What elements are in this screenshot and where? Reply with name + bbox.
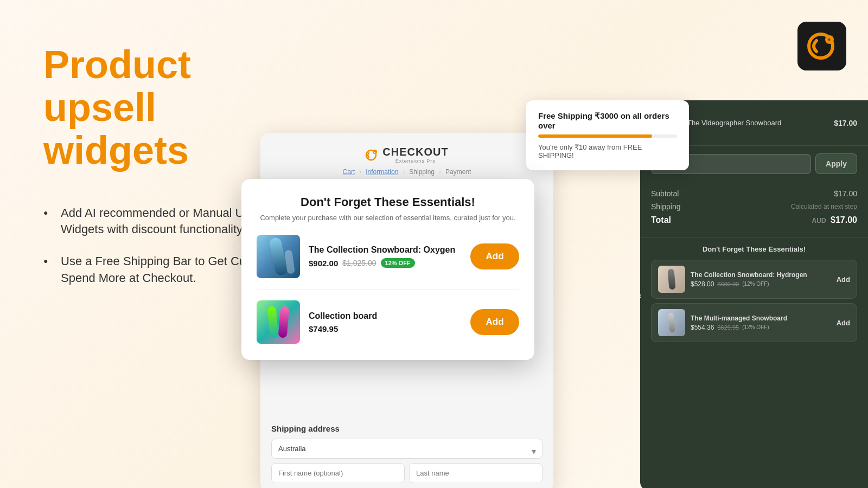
upsell-item-2-add-button[interactable]: Add <box>837 319 850 327</box>
modal-product-1-image <box>257 235 300 278</box>
free-shipping-widget: Free Shipping ₹3000 on all orders over Y… <box>526 100 689 170</box>
upsell-item-2: The Multi-managed Snowboard $554.36 $629… <box>651 303 857 342</box>
svg-text:+: + <box>827 36 831 43</box>
app-logo: + <box>797 22 846 70</box>
country-select-wrapper: Australia <box>271 439 542 463</box>
checkout-brand: + CHECKOUT Extensions Pro <box>271 146 542 164</box>
upsell-item-1-old-price: $600.00 <box>717 281 739 287</box>
upsell-item-2-prices: $554.36 $629.95 (12% OFF) <box>691 324 831 331</box>
checkout-brand-sub: Extensions Pro <box>382 158 448 164</box>
total-value: AUD $17.00 <box>812 215 857 225</box>
checkout-nav: Cart › Information › Shipping › Payment <box>271 168 542 176</box>
upsell-item-1-add-button[interactable]: Add <box>837 275 850 284</box>
nav-payment[interactable]: Payment <box>445 168 471 176</box>
upsell-item-1-prices: $528.00 $600.00 (12% OFF) <box>691 280 831 288</box>
free-shipping-fill <box>538 134 652 138</box>
checkout-header: + CHECKOUT Extensions Pro Cart › Informa… <box>260 133 553 182</box>
upsell-item-2-name: The Multi-managed Snowboard <box>691 314 831 322</box>
modal-product-2-image <box>257 300 300 344</box>
totals-section: Subtotal $17.00 Shipping Calculated at n… <box>640 182 868 237</box>
free-shipping-progress-bar <box>538 134 677 138</box>
modal-product-1: The Collection Snowboard: Oxygen $902.00… <box>257 235 519 290</box>
checkout-brand-icon: + <box>365 149 378 162</box>
svg-text:+: + <box>374 151 376 154</box>
upsell-section: Don't Forget These Essentials! The Colle… <box>640 237 868 351</box>
subtotal-value: $17.00 <box>834 189 857 198</box>
modal-product-1-discount: 12% OFF <box>381 258 415 268</box>
upsell-item-1-price: $528.00 <box>691 280 714 288</box>
upsell-item-2-image <box>658 309 685 336</box>
subtotal-label: Subtotal <box>651 189 679 198</box>
modal-product-1-info: The Collection Snowboard: Oxygen $902.00… <box>309 245 462 268</box>
modal-product-2-add-button[interactable]: Add <box>470 309 519 335</box>
free-shipping-title: Free Shipping ₹3000 on all orders over <box>538 111 677 130</box>
shipping-row: Shipping Calculated at next step <box>651 202 857 211</box>
modal-product-2-info: Collection board $749.95 <box>309 311 462 333</box>
upsell-item-1-name: The Collection Snowboard: Hydrogen <box>691 271 831 279</box>
modal-product-1-add-button[interactable]: Add <box>470 243 519 269</box>
order-item-name: The Videographer Snowboard <box>687 119 827 127</box>
modal-product-1-prices: $902.00 $1,025.00 12% OFF <box>309 258 462 268</box>
shipping-value: Calculated at next step <box>791 203 857 210</box>
shipping-form: Shipping address Australia <box>260 415 553 488</box>
upsell-modal: Don't Forget These Essentials! Complete … <box>241 179 534 360</box>
upsell-item-2-old-price: $629.95 <box>717 324 739 331</box>
upsell-item-2-info: The Multi-managed Snowboard $554.36 $629… <box>691 314 831 331</box>
upsell-item-2-discount: (12% OFF) <box>742 324 769 330</box>
modal-product-2-prices: $749.95 <box>309 324 462 333</box>
checkout-brand-name: CHECKOUT <box>382 146 448 158</box>
modal-product-2-name: Collection board <box>309 311 462 321</box>
modal-title: Don't Forget These Essentials! <box>257 195 519 209</box>
subtotal-row: Subtotal $17.00 <box>651 189 857 198</box>
upsell-item-1-info: The Collection Snowboard: Hydrogen $528.… <box>691 271 831 288</box>
modal-product-2-price: $749.95 <box>309 324 338 333</box>
upsell-title: Don't Forget These Essentials! <box>651 245 857 253</box>
last-name-input[interactable] <box>409 463 542 483</box>
upsell-item-1-image <box>658 266 685 293</box>
nav-cart[interactable]: Cart <box>343 168 355 176</box>
name-fields-row <box>271 463 542 483</box>
upsell-item-1: The Collection Snowboard: Hydrogen $528.… <box>651 260 857 299</box>
modal-product-2: Collection board $749.95 Add <box>257 300 519 344</box>
first-name-input[interactable] <box>271 463 405 483</box>
shipping-label: Shipping <box>651 202 681 211</box>
total-row: Total AUD $17.00 <box>651 215 857 225</box>
modal-subtitle: Complete your purchase with our selectio… <box>257 214 519 222</box>
shipping-address-label: Shipping address <box>271 424 542 433</box>
country-select[interactable]: Australia <box>271 439 542 459</box>
modal-product-1-name: The Collection Snowboard: Oxygen <box>309 245 462 255</box>
upsell-item-1-discount: (12% OFF) <box>742 281 769 287</box>
upsell-item-2-price: $554.36 <box>691 324 714 331</box>
apply-button[interactable]: Apply <box>815 153 857 174</box>
modal-product-1-price: $902.00 <box>309 259 338 268</box>
free-shipping-subtitle: You're only ₹10 away from FREE SHIPPING! <box>538 143 677 159</box>
order-item-price: $17.00 <box>834 119 857 127</box>
total-label: Total <box>651 215 671 225</box>
nav-shipping[interactable]: Shipping <box>409 168 435 176</box>
modal-product-1-old-price: $1,025.00 <box>342 259 376 267</box>
nav-information[interactable]: Information <box>366 168 398 176</box>
